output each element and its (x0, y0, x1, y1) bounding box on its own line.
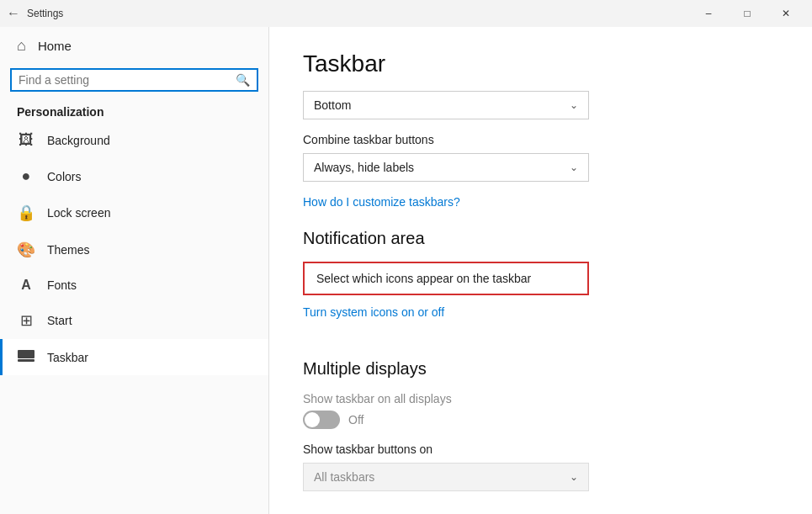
lock-screen-icon: 🔒 (17, 204, 35, 222)
sidebar-item-taskbar[interactable]: Taskbar (0, 339, 268, 375)
themes-icon: 🎨 (17, 241, 35, 259)
close-button[interactable]: ✕ (767, 0, 805, 27)
combine-buttons-value: Always, hide labels (314, 161, 414, 174)
sidebar-item-label-taskbar: Taskbar (47, 351, 88, 364)
maximize-button[interactable]: □ (728, 0, 767, 27)
notification-area-section: Notification area Select which icons app… (303, 229, 778, 339)
combine-buttons-group: Combine taskbar buttons Always, hide lab… (303, 133, 778, 182)
sidebar-item-label-background: Background (47, 134, 110, 147)
customize-taskbars-link[interactable]: How do I customize taskbars? (303, 195, 460, 209)
show-taskbar-toggle[interactable] (303, 411, 340, 429)
show-buttons-on-dropdown: All taskbars ⌄ (303, 463, 589, 491)
notification-area-heading: Notification area (303, 229, 778, 248)
toggle-state-label: Off (348, 413, 364, 427)
title-bar-left: ← Settings (7, 6, 689, 21)
taskbar-location-group: Bottom ⌄ (303, 91, 778, 119)
svg-rect-0 (18, 350, 34, 358)
sidebar-search-box[interactable]: 🔍 (10, 68, 258, 92)
sidebar-item-themes[interactable]: 🎨 Themes (0, 231, 268, 268)
toggle-knob (305, 412, 320, 427)
sidebar-home-button[interactable]: ⌂ Home (0, 27, 268, 65)
show-taskbar-toggle-container: Off (303, 411, 778, 429)
sidebar-item-label-fonts: Fonts (47, 278, 77, 292)
multiple-displays-heading: Multiple displays (303, 359, 778, 379)
show-taskbar-row: Show taskbar on all displays Off (303, 392, 778, 429)
title-bar-title: Settings (27, 8, 63, 19)
fonts-icon: A (17, 278, 35, 293)
home-label: Home (38, 39, 72, 53)
colors-icon: ● (17, 167, 35, 185)
taskbar-location-value: Bottom (314, 98, 351, 112)
sidebar-item-colors[interactable]: ● Colors (0, 158, 268, 194)
taskbar-location-dropdown[interactable]: Bottom ⌄ (303, 91, 589, 119)
minimize-button[interactable]: – (689, 0, 728, 27)
title-bar-controls: – □ ✕ (689, 0, 805, 27)
show-buttons-on-group: Show taskbar buttons on All taskbars ⌄ (303, 442, 778, 491)
home-icon: ⌂ (17, 37, 26, 55)
show-buttons-on-value: All taskbars (314, 470, 374, 484)
svg-rect-1 (18, 359, 34, 362)
start-icon: ⊞ (17, 311, 35, 330)
sidebar-item-fonts[interactable]: A Fonts (0, 268, 268, 302)
sidebar-item-start[interactable]: ⊞ Start (0, 302, 268, 339)
content-area: Taskbar Bottom ⌄ Combine taskbar buttons… (269, 27, 812, 514)
background-icon: 🖼 (17, 131, 35, 149)
multiple-displays-section: Multiple displays Show taskbar on all di… (303, 359, 778, 491)
sidebar-item-lock-screen[interactable]: 🔒 Lock screen (0, 194, 268, 231)
turn-system-icons-link[interactable]: Turn system icons on or off (303, 305, 444, 319)
sidebar-item-label-lock-screen: Lock screen (47, 206, 110, 220)
sidebar-item-label-colors: Colors (47, 170, 81, 183)
combine-buttons-dropdown[interactable]: Always, hide labels ⌄ (303, 153, 589, 182)
search-icon: 🔍 (236, 73, 250, 87)
taskbar-icon (17, 348, 35, 366)
back-button[interactable]: ← (7, 6, 20, 21)
combine-buttons-label: Combine taskbar buttons (303, 133, 778, 146)
sidebar-item-background[interactable]: 🖼 Background (0, 122, 268, 158)
search-input[interactable] (19, 73, 231, 87)
title-bar: ← Settings – □ ✕ (0, 0, 812, 27)
app-body: ⌂ Home 🔍 Personalization 🖼 Background ● … (0, 27, 812, 514)
combine-buttons-arrow-icon: ⌄ (570, 162, 578, 173)
show-taskbar-label: Show taskbar on all displays (303, 392, 778, 405)
sidebar: ⌂ Home 🔍 Personalization 🖼 Background ● … (0, 27, 269, 514)
sidebar-item-label-themes: Themes (47, 243, 90, 257)
show-buttons-on-label: Show taskbar buttons on (303, 442, 778, 456)
select-icons-link[interactable]: Select which icons appear on the taskbar (303, 262, 589, 295)
sidebar-item-label-start: Start (47, 314, 72, 327)
sidebar-section-title: Personalization (0, 98, 268, 122)
page-title: Taskbar (303, 27, 778, 91)
show-buttons-on-arrow-icon: ⌄ (570, 471, 578, 483)
taskbar-location-arrow-icon: ⌄ (570, 99, 578, 111)
